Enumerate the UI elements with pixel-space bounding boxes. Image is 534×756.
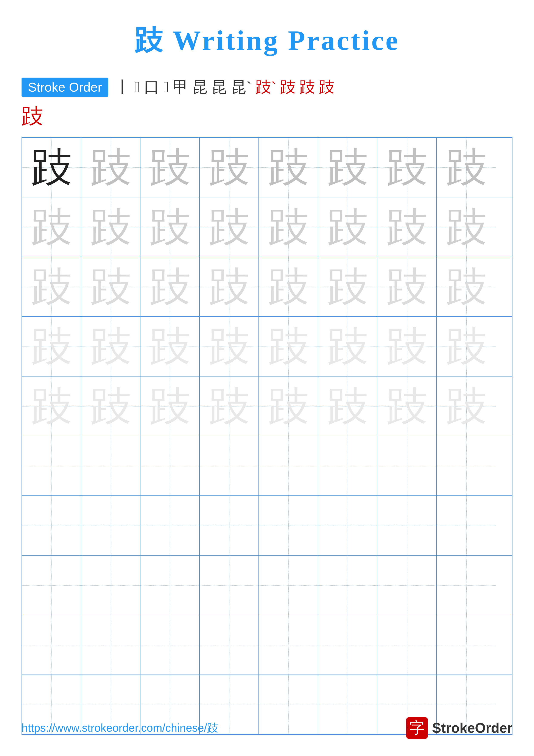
grid-cell-1-6: 跂 bbox=[318, 138, 377, 197]
grid-cell-9-5[interactable] bbox=[259, 615, 318, 675]
char-5-4: 跂 bbox=[209, 386, 250, 427]
footer-url[interactable]: https://www.strokeorder.com/chinese/跂 bbox=[21, 720, 218, 736]
char-3-3: 跂 bbox=[149, 266, 191, 307]
char-1-2: 跂 bbox=[90, 147, 131, 188]
grid-cell-3-4: 跂 bbox=[200, 257, 259, 316]
char-3-7: 跂 bbox=[387, 266, 427, 307]
grid-cell-2-6: 跂 bbox=[318, 198, 377, 257]
char-3-1: 跂 bbox=[31, 266, 72, 307]
char-2-8: 跂 bbox=[446, 207, 487, 248]
grid-cell-7-7[interactable] bbox=[377, 496, 437, 555]
grid-cell-7-3[interactable] bbox=[140, 496, 200, 555]
footer-logo-text: StrokeOrder bbox=[432, 720, 513, 736]
grid-cell-9-4[interactable] bbox=[200, 615, 259, 675]
char-2-4: 跂 bbox=[209, 207, 250, 248]
grid-cell-6-1[interactable] bbox=[22, 436, 81, 496]
grid-cell-3-2: 跂 bbox=[81, 257, 140, 316]
stroke-2: 𠃍 bbox=[134, 78, 140, 96]
stroke-10: 跂 bbox=[280, 77, 295, 97]
stroke-1: 丨 bbox=[115, 77, 130, 97]
grid-cell-9-6[interactable] bbox=[318, 615, 377, 675]
grid-cell-2-8: 跂 bbox=[437, 198, 496, 257]
char-3-6: 跂 bbox=[327, 266, 368, 307]
grid-cell-1-5: 跂 bbox=[259, 138, 318, 197]
char-2-6: 跂 bbox=[327, 207, 368, 248]
grid-cell-3-1: 跂 bbox=[22, 257, 81, 316]
char-5-3: 跂 bbox=[149, 386, 191, 427]
grid-cell-2-4: 跂 bbox=[200, 198, 259, 257]
grid-cell-6-3[interactable] bbox=[140, 436, 200, 496]
grid-cell-3-7: 跂 bbox=[377, 257, 437, 316]
grid-cell-3-8: 跂 bbox=[437, 257, 496, 316]
grid-cell-9-3[interactable] bbox=[140, 615, 200, 675]
grid-cell-7-1[interactable] bbox=[22, 496, 81, 555]
stroke-6: 昆 bbox=[192, 77, 208, 97]
char-4-6: 跂 bbox=[327, 326, 368, 367]
stroke-11: 跂 bbox=[299, 77, 315, 97]
grid-cell-9-1[interactable] bbox=[22, 615, 81, 675]
grid-cell-1-4: 跂 bbox=[200, 138, 259, 197]
grid-cell-4-2: 跂 bbox=[81, 317, 140, 376]
grid-cell-2-7: 跂 bbox=[377, 198, 437, 257]
grid-cell-7-5[interactable] bbox=[259, 496, 318, 555]
char-1-7: 跂 bbox=[387, 147, 427, 188]
grid-cell-7-2[interactable] bbox=[81, 496, 140, 555]
grid-row-1: 跂 跂 跂 跂 跂 跂 跂 跂 bbox=[22, 138, 512, 198]
grid-cell-9-7[interactable] bbox=[377, 615, 437, 675]
stroke-8: 昆` bbox=[231, 77, 252, 97]
char-4-5: 跂 bbox=[268, 326, 309, 367]
grid-cell-6-6[interactable] bbox=[318, 436, 377, 496]
grid-row-2: 跂 跂 跂 跂 跂 跂 跂 跂 bbox=[22, 198, 512, 257]
stroke-12: 跂 bbox=[319, 77, 334, 97]
grid-cell-8-5[interactable] bbox=[259, 555, 318, 615]
grid-cell-7-4[interactable] bbox=[200, 496, 259, 555]
grid-cell-1-2: 跂 bbox=[81, 138, 140, 197]
grid-cell-9-2[interactable] bbox=[81, 615, 140, 675]
stroke-order-section: Stroke Order 丨 𠃍 口 𠂇 甲 昆 昆 昆` 跂` 跂 跂 跂 bbox=[21, 77, 513, 97]
grid-cell-7-6[interactable] bbox=[318, 496, 377, 555]
char-5-5: 跂 bbox=[268, 386, 309, 427]
grid-cell-1-3: 跂 bbox=[140, 138, 200, 197]
grid-row-7 bbox=[22, 496, 512, 555]
char-4-8: 跂 bbox=[446, 326, 487, 367]
grid-cell-6-2[interactable] bbox=[81, 436, 140, 496]
grid-cell-8-2[interactable] bbox=[81, 555, 140, 615]
grid-cell-5-3: 跂 bbox=[140, 376, 200, 436]
grid-cell-4-1: 跂 bbox=[22, 317, 81, 376]
char-1-6: 跂 bbox=[327, 147, 368, 188]
grid-cell-8-8[interactable] bbox=[437, 555, 496, 615]
char-2-1: 跂 bbox=[31, 207, 72, 248]
char-4-1: 跂 bbox=[31, 326, 72, 367]
grid-cell-6-7[interactable] bbox=[377, 436, 437, 496]
character-display: 跂 bbox=[21, 102, 534, 131]
grid-cell-8-6[interactable] bbox=[318, 555, 377, 615]
grid-cell-8-1[interactable] bbox=[22, 555, 81, 615]
grid-cell-1-8: 跂 bbox=[437, 138, 496, 197]
grid-cell-8-7[interactable] bbox=[377, 555, 437, 615]
grid-cell-6-8[interactable] bbox=[437, 436, 496, 496]
char-1-1: 跂 bbox=[31, 147, 72, 188]
grid-cell-8-3[interactable] bbox=[140, 555, 200, 615]
grid-cell-9-8[interactable] bbox=[437, 615, 496, 675]
grid-cell-5-1: 跂 bbox=[22, 376, 81, 436]
stroke-sequence: 丨 𠃍 口 𠂇 甲 昆 昆 昆` 跂` 跂 跂 跂 bbox=[115, 77, 334, 97]
char-5-8: 跂 bbox=[446, 386, 487, 427]
grid-cell-6-4[interactable] bbox=[200, 436, 259, 496]
grid-cell-3-3: 跂 bbox=[140, 257, 200, 316]
grid-cell-5-7: 跂 bbox=[377, 376, 437, 436]
grid-cell-2-2: 跂 bbox=[81, 198, 140, 257]
grid-cell-8-4[interactable] bbox=[200, 555, 259, 615]
char-3-8: 跂 bbox=[446, 266, 487, 307]
grid-cell-6-5[interactable] bbox=[259, 436, 318, 496]
grid-row-3: 跂 跂 跂 跂 跂 跂 跂 跂 bbox=[22, 257, 512, 317]
grid-row-8 bbox=[22, 555, 512, 615]
grid-cell-4-3: 跂 bbox=[140, 317, 200, 376]
char-4-7: 跂 bbox=[387, 326, 427, 367]
char-1-3: 跂 bbox=[149, 147, 191, 188]
grid-cell-7-8[interactable] bbox=[437, 496, 496, 555]
grid-cell-1-1: 跂 bbox=[22, 138, 81, 197]
stroke-order-label: Stroke Order bbox=[21, 78, 108, 97]
grid-cell-4-8: 跂 bbox=[437, 317, 496, 376]
char-3-4: 跂 bbox=[209, 266, 250, 307]
grid-cell-2-5: 跂 bbox=[259, 198, 318, 257]
